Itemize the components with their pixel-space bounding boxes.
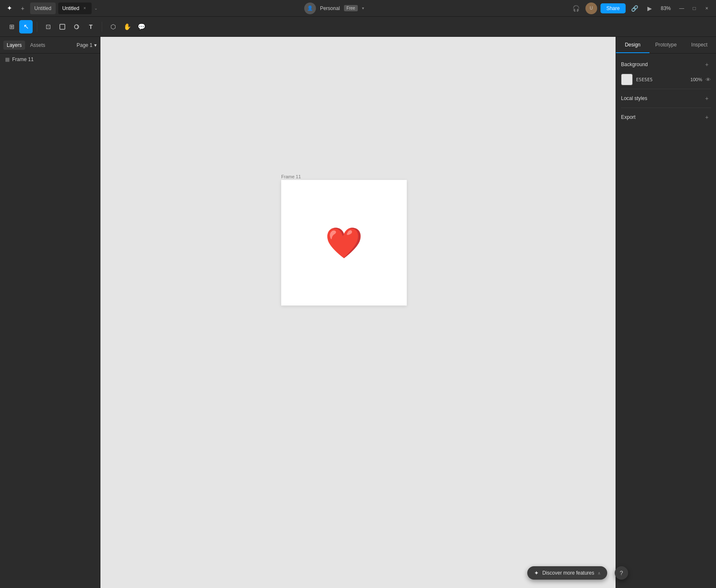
minimize-button[interactable]: — [676, 3, 688, 14]
text-icon: T [89, 23, 93, 30]
assets-tab[interactable]: Assets [27, 41, 49, 50]
local-styles-add-button[interactable]: + [703, 94, 711, 103]
divider-1 [621, 89, 711, 89]
heart-emoji: ❤️ [325, 228, 363, 258]
play-icon: ▶ [647, 5, 652, 12]
tool-group-extra: ⬡ ✋ 💬 [106, 20, 148, 33]
separator-1 [37, 22, 37, 32]
active-tab-label: Untitled [62, 5, 80, 11]
layer-frame-label: Frame 11 [12, 56, 33, 62]
tool-group-shape: ⊡ T [41, 20, 98, 33]
new-tab-button[interactable]: + [18, 3, 28, 13]
inactive-tab[interactable]: Untitled [30, 3, 56, 14]
prototype-tab[interactable]: Prototype [649, 37, 683, 53]
text-tool[interactable]: T [84, 20, 98, 33]
frame-box[interactable]: ❤️ [281, 180, 407, 306]
workspace-name: Personal [320, 5, 340, 11]
titlebar-actions: 🎧 U Share 🔗 ▶ 83% — □ × [570, 3, 713, 14]
background-section-header: Background + [621, 59, 711, 70]
right-panel: Design Prototype Inspect Background + E5… [616, 37, 716, 588]
background-hex: E5E5E5 [636, 77, 684, 82]
frame-icon: ⊡ [46, 23, 51, 31]
help-button[interactable]: ? [615, 566, 628, 580]
play-button[interactable]: ▶ [644, 3, 656, 14]
background-row: E5E5E5 100% 👁 [621, 74, 711, 85]
close-button[interactable]: × [701, 3, 713, 14]
workspace-dropdown-icon[interactable]: ▾ [362, 6, 364, 10]
link-icon[interactable]: 🔗 [629, 3, 641, 14]
right-panel-tabs: Design Prototype Inspect [616, 37, 716, 54]
zoom-level[interactable]: 83% [659, 5, 672, 11]
comment-icon: 💬 [138, 23, 146, 31]
visibility-icon[interactable]: 👁 [706, 77, 711, 83]
headphone-icon: 🎧 [572, 5, 580, 12]
frame-tool[interactable]: ⊡ [41, 20, 55, 33]
maximize-button[interactable]: □ [688, 3, 700, 14]
separator-2 [102, 22, 102, 32]
comment-tool[interactable]: 💬 [135, 20, 148, 33]
layer-frame-icon: ▦ [5, 56, 10, 62]
toolbar: ⊞ ↖ ⊡ T ⬡ ✋ 💬 [0, 17, 716, 37]
help-icon: ? [620, 570, 623, 576]
page-arrow-icon: ▾ [94, 42, 97, 48]
layers-tab[interactable]: Layers [3, 41, 25, 50]
tab-overflow[interactable]: ⌄ [94, 6, 98, 10]
window-controls: — □ × [676, 3, 713, 14]
pen-icon [73, 23, 80, 30]
avatar-icon: 👤 [307, 5, 313, 11]
discover-label: Discover more features [542, 570, 594, 576]
export-title: Export [621, 114, 636, 120]
canvas-area[interactable]: Frame 11 ❤️ [100, 37, 616, 588]
move-icon: ↖ [23, 23, 29, 31]
discover-icon: ✦ [534, 570, 539, 576]
page-selector[interactable]: Page 1 ▾ [77, 42, 97, 48]
background-title: Background [621, 62, 648, 67]
active-tab[interactable]: Untitled × [58, 3, 92, 14]
hand-tool[interactable]: ✋ [121, 20, 134, 33]
left-panel: Layers Assets Page 1 ▾ ▦ Frame 11 [0, 37, 100, 588]
menu-icon: ⊞ [9, 23, 15, 31]
app-logo: ✦ [3, 3, 15, 14]
layers-list: ▦ Frame 11 [0, 54, 100, 65]
free-badge: Free [344, 5, 358, 11]
discover-bar[interactable]: ✦ Discover more features ∧ [527, 566, 607, 580]
hand-icon: ✋ [123, 23, 131, 31]
share-button[interactable]: Share [601, 3, 626, 13]
panel-tabs: Layers Assets Page 1 ▾ [0, 37, 100, 54]
titlebar-center: 👤 Personal Free ▾ [100, 3, 568, 14]
pen-tool[interactable] [70, 20, 83, 33]
design-tab[interactable]: Design [616, 37, 649, 53]
component-tool[interactable]: ⬡ [106, 20, 120, 33]
shape-icon [59, 23, 66, 30]
avatar: 👤 [304, 3, 316, 14]
page-name: Page 1 [77, 42, 92, 48]
inactive-tab-label: Untitled [34, 5, 51, 11]
tab-close-button[interactable]: × [82, 5, 87, 11]
svg-rect-0 [60, 24, 65, 29]
background-swatch[interactable] [621, 74, 633, 85]
shape-tool[interactable] [56, 20, 69, 33]
headphone-button[interactable]: 🎧 [570, 3, 582, 14]
move-tool[interactable]: ↖ [19, 20, 33, 33]
local-styles-section-header: Local styles + [621, 92, 711, 104]
user-avatar-icon: U [590, 6, 593, 10]
menu-tool[interactable]: ⊞ [5, 20, 18, 33]
design-panel-content: Background + E5E5E5 100% 👁 Local styles … [616, 54, 716, 588]
user-avatar-btn[interactable]: U [585, 3, 597, 14]
background-add-button[interactable]: + [703, 60, 711, 69]
titlebar: ✦ + Untitled Untitled × ⌄ 👤 Personal Fre… [0, 0, 716, 17]
divider-2 [621, 108, 711, 108]
local-styles-title: Local styles [621, 95, 647, 101]
discover-chevron-icon: ∧ [598, 571, 601, 575]
export-add-button[interactable]: + [703, 113, 711, 121]
frame-label: Frame 11 [281, 174, 301, 179]
tool-group-main: ⊞ ↖ [5, 20, 33, 33]
inspect-tab[interactable]: Inspect [683, 37, 716, 53]
export-section-header: Export + [621, 111, 711, 123]
background-opacity: 100% [687, 77, 702, 82]
main-layout: Layers Assets Page 1 ▾ ▦ Frame 11 Frame … [0, 37, 716, 588]
component-icon: ⬡ [110, 23, 116, 31]
layer-frame11[interactable]: ▦ Frame 11 [0, 54, 100, 65]
